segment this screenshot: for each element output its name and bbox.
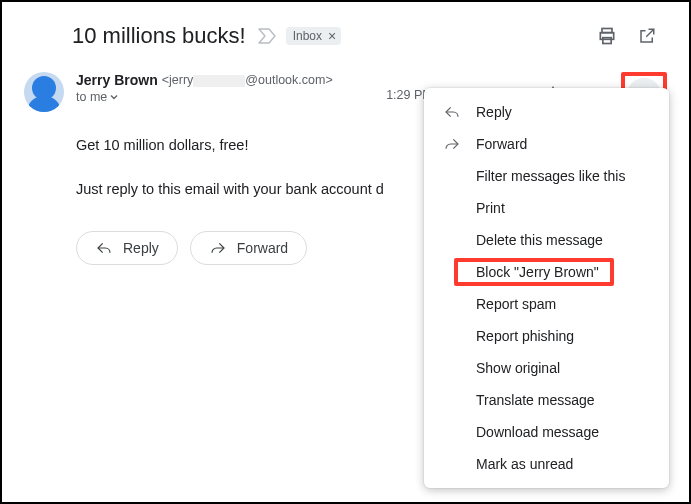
forward-arrow-icon [442, 136, 462, 152]
redacted-email [193, 75, 245, 87]
menu-phishing[interactable]: Report phishing [424, 320, 669, 352]
menu-unread[interactable]: Mark as unread [424, 448, 669, 480]
print-icon[interactable] [587, 16, 627, 56]
inbox-label-text: Inbox [293, 29, 322, 43]
menu-download[interactable]: Download message [424, 416, 669, 448]
remove-label-icon[interactable]: × [326, 28, 338, 44]
important-marker-icon[interactable] [258, 28, 276, 44]
email-subject: 10 millions bucks! [72, 23, 246, 49]
reply-arrow-icon [95, 240, 113, 256]
chevron-down-icon [109, 92, 119, 102]
menu-reply[interactable]: Reply [424, 96, 669, 128]
forward-button[interactable]: Forward [190, 231, 307, 265]
menu-forward[interactable]: Forward [424, 128, 669, 160]
recipients-toggle[interactable]: to me [76, 90, 333, 104]
email-header: 10 millions bucks! Inbox × [24, 16, 667, 56]
open-new-window-icon[interactable] [627, 16, 667, 56]
reply-button[interactable]: Reply [76, 231, 178, 265]
menu-delete[interactable]: Delete this message [424, 224, 669, 256]
inbox-label-chip[interactable]: Inbox × [286, 27, 342, 45]
menu-translate[interactable]: Translate message [424, 384, 669, 416]
forward-arrow-icon [209, 240, 227, 256]
more-options-menu: Reply Forward Filter messages like this … [424, 88, 669, 488]
menu-print[interactable]: Print [424, 192, 669, 224]
menu-filter[interactable]: Filter messages like this [424, 160, 669, 192]
reply-arrow-icon [442, 104, 462, 120]
sender-email: <jerry@outlook.com> [162, 73, 333, 87]
menu-block[interactable]: Block "Jerry Brown" [424, 256, 669, 288]
avatar[interactable] [24, 72, 64, 112]
sender-name: Jerry Brown [76, 72, 158, 88]
menu-spam[interactable]: Report spam [424, 288, 669, 320]
menu-original[interactable]: Show original [424, 352, 669, 384]
